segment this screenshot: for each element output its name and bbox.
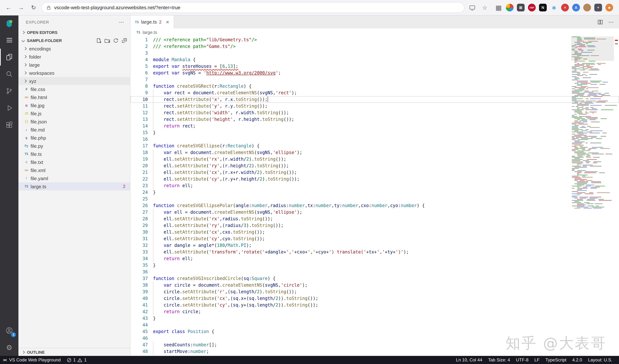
line-number[interactable]: 45 [130, 328, 148, 335]
code-line-8[interactable]: 8function createSVGRect(r:Rectangle) { [130, 83, 619, 90]
folder-section[interactable]: SAMPLE-FOLDER [18, 37, 130, 45]
code-line-18[interactable]: 18 var ell = document.createElementNS(sv… [130, 149, 619, 156]
line-number[interactable]: 29 [130, 222, 148, 229]
tree-item-file.json[interactable]: {}file.json [18, 118, 130, 126]
remote-indicator[interactable]: >< VS Code Web Playground [0, 356, 64, 364]
adblock-extension-icon[interactable]: ABP [528, 4, 536, 12]
line-number[interactable]: 36 [130, 269, 148, 275]
tree-item-file.css[interactable]: #file.css [18, 85, 130, 93]
line-number[interactable]: 16 [130, 136, 148, 143]
code-line-17[interactable]: 17function createSVGEllipse(r:Rectangle)… [130, 143, 619, 149]
translate-extension-icon[interactable]: A [572, 4, 580, 12]
line-number[interactable]: 12 [130, 109, 148, 116]
code-line-15[interactable]: 15} [130, 129, 619, 136]
line-number[interactable]: 40 [130, 295, 148, 302]
line-number[interactable]: 11 [130, 103, 148, 109]
tree-item-file.html[interactable]: <>file.html [18, 93, 130, 101]
line-number[interactable]: 34 [130, 255, 148, 262]
code-line-3[interactable]: 3 [130, 50, 619, 56]
code-line-27[interactable]: 27 var ell = document.createElementNS(sv… [130, 209, 619, 216]
status-language-mode[interactable]: TypeScript [543, 356, 569, 364]
tree-item-file.txt[interactable]: ≡file.txt [18, 158, 130, 166]
status-cursor-position[interactable]: Ln 10, Col 44 [453, 356, 485, 364]
line-number[interactable]: 41 [130, 302, 148, 308]
line-number[interactable]: 43 [130, 315, 148, 322]
code-line-25[interactable]: 25 [130, 196, 619, 202]
code-line-43[interactable]: 43} [130, 315, 619, 322]
open-editors-section[interactable]: OPEN EDITORS [18, 28, 130, 37]
status-indentation[interactable]: Tab Size: 4 [485, 356, 513, 364]
tree-item-xyz[interactable]: xyz [18, 77, 130, 85]
code-line-5[interactable]: 5export var storeHouses = [6,13]; [130, 63, 619, 70]
problems-status[interactable]: 1 1 [64, 356, 90, 364]
tree-item-file.py[interactable]: Pyfile.py [18, 142, 130, 150]
status-keyboard-layout[interactable]: Layout: U.S. [585, 356, 615, 364]
forward-icon[interactable]: → [16, 3, 26, 12]
tab-large-ts[interactable]: TS large.ts 2 × [130, 15, 174, 28]
keyboard-extension-icon[interactable]: ⊞ [517, 4, 525, 12]
code-line-4[interactable]: 4module Mankala { [130, 56, 619, 63]
code-line-32[interactable]: 32 var dangle = angle*(180/Math.PI); [130, 242, 619, 249]
code-line-35[interactable]: 35} [130, 262, 619, 269]
accounts-icon[interactable]: 1 [0, 322, 18, 339]
blocker-extension-icon[interactable]: × [561, 4, 569, 12]
minimap-slider[interactable] [571, 37, 614, 61]
line-number[interactable]: 30 [130, 229, 148, 235]
code-line-33[interactable]: 33 ell.setAttribute('transform','rotate(… [130, 249, 619, 255]
tree-item-file.xml[interactable]: <>file.xml [18, 166, 130, 174]
line-number[interactable]: 35 [130, 262, 148, 269]
run-debug-icon[interactable] [0, 99, 18, 116]
line-number[interactable]: 24 [130, 189, 148, 196]
line-number[interactable]: 46 [130, 335, 148, 341]
line-number[interactable]: 22 [130, 176, 148, 182]
colorful-puzzle-extension-icon[interactable] [506, 4, 514, 12]
code-line-19[interactable]: 19 ell.setAttribute('rx',(r.width/2).toS… [130, 156, 619, 162]
snowflake-extension-icon[interactable]: ∗ [550, 4, 558, 12]
line-number[interactable]: 13 [130, 116, 148, 123]
search-icon[interactable] [0, 66, 18, 82]
address-bar[interactable]: vscode-web-test-playground.azurewebsites… [41, 2, 464, 13]
code-line-10[interactable]: 10 rect.setAttribute('x', r.x.toString()… [130, 96, 619, 103]
tree-item-file.yaml[interactable]: !file.yaml [18, 174, 130, 182]
code-line-38[interactable]: 38 var circle = document.createElementNS… [130, 282, 619, 288]
notion-extension-icon[interactable]: N [539, 4, 547, 12]
code-line-1[interactable]: 1/// <reference path="lib/Geometry.ts"/> [130, 37, 619, 43]
line-number[interactable]: 26 [130, 202, 148, 209]
code-line-12[interactable]: 12 rect.setAttribute('width', r.width.to… [130, 109, 619, 116]
code-line-6[interactable]: 6export var svgNS = 'http://www.w3.org/2… [130, 70, 619, 76]
collapse-folders-icon[interactable] [121, 38, 127, 43]
breadcrumb[interactable]: TS large.ts [130, 28, 619, 37]
status-encoding[interactable]: UTF-8 [513, 356, 532, 364]
code-line-28[interactable]: 28 ell.setAttribute('rx',radius.toString… [130, 216, 619, 222]
tree-item-file.php[interactable]: φfile.php [18, 134, 130, 142]
code-line-36[interactable]: 36 [130, 269, 619, 275]
site-info-lock-icon[interactable] [46, 5, 51, 10]
tree-item-file.js[interactable]: JSfile.js [18, 109, 130, 118]
code-line-37[interactable]: 37function createSVGInscribedCircle(sq:S… [130, 275, 619, 282]
menu-icon[interactable] [0, 32, 18, 49]
line-number[interactable]: 2 [130, 43, 148, 50]
tree-item-file.jpg[interactable]: ▨file.jpg [18, 101, 130, 109]
line-number[interactable]: 4 [130, 56, 148, 63]
line-number[interactable]: 20 [130, 162, 148, 169]
overview-ruler[interactable] [614, 37, 619, 356]
line-number[interactable]: 8 [130, 83, 148, 90]
source-control-icon[interactable] [0, 82, 18, 99]
code-line-41[interactable]: 41 circle.setAttribute('cy',(sq.y+(sq.le… [130, 302, 619, 308]
code-line-44[interactable]: 44 [130, 322, 619, 328]
bookmark-star-icon[interactable]: ☆ [480, 3, 490, 12]
status-eol[interactable]: LF [532, 356, 543, 364]
line-number[interactable]: 7 [130, 76, 148, 83]
code-line-39[interactable]: 39 circle.setAttribute('r',(sq.length/2)… [130, 288, 619, 295]
line-number[interactable]: 17 [130, 143, 148, 149]
line-number[interactable]: 5 [130, 63, 148, 70]
profile-avatar[interactable]: ☻ [605, 4, 613, 12]
line-number[interactable]: 42 [130, 308, 148, 315]
line-number[interactable]: 19 [130, 156, 148, 162]
settings-gear-icon[interactable]: ⚙ [0, 339, 18, 356]
line-number[interactable]: 47 [130, 341, 148, 348]
more-actions-icon[interactable]: ⋯ [119, 19, 124, 25]
cast-icon[interactable] [467, 3, 477, 12]
code-line-14[interactable]: 14 return rect; [130, 123, 619, 129]
tree-item-encodings[interactable]: encodings [18, 45, 130, 53]
